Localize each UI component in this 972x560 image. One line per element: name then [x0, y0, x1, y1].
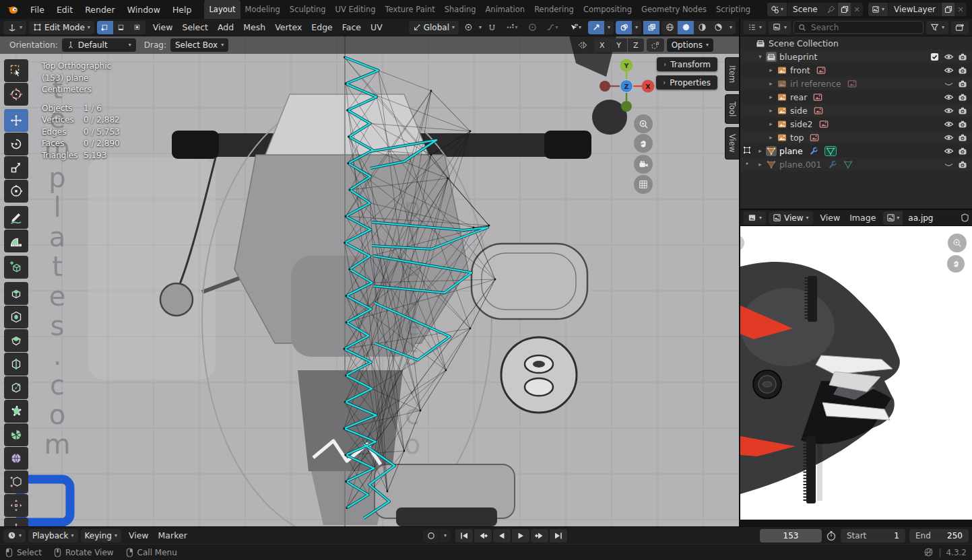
inset-faces-tool-button[interactable]: [4, 306, 28, 328]
knife-tool-button[interactable]: [4, 376, 28, 399]
viewport-menu-vertex[interactable]: Vertex: [270, 22, 306, 32]
collection-checkbox[interactable]: [928, 53, 940, 61]
show-gizmo-toggle[interactable]: [588, 21, 604, 34]
drag-setting-dropdown[interactable]: Select Box ▾: [170, 38, 228, 52]
shrink-fatten-tool-button[interactable]: [4, 518, 28, 526]
workspace-tab-compositing[interactable]: Compositing: [579, 0, 637, 19]
outliner-row-rear[interactable]: ▸rear: [740, 90, 972, 104]
overlays-dropdown[interactable]: ▾: [632, 21, 641, 34]
rendered-shading-button[interactable]: [710, 21, 726, 34]
outliner-filter-button[interactable]: ▾: [926, 21, 948, 34]
viewlayer-remove-button[interactable]: ✕: [954, 5, 967, 14]
scene-unlink-button[interactable]: ✕: [851, 5, 863, 14]
hide-viewport-toggle[interactable]: [942, 133, 954, 142]
snap-settings-dropdown[interactable]: ▾: [502, 21, 522, 34]
snap-magnet-icon[interactable]: [484, 21, 500, 34]
scene-icon[interactable]: ▾: [767, 3, 787, 16]
shading-dropdown[interactable]: ▾: [726, 21, 736, 34]
transform-orientation-dropdown[interactable]: Global ▾: [409, 21, 459, 34]
workspace-tab-rendering[interactable]: Rendering: [529, 0, 579, 19]
topbar-menu-edit[interactable]: Edit: [51, 0, 79, 19]
smooth-tool-button[interactable]: [4, 447, 28, 470]
show-overlays-toggle[interactable]: [616, 21, 632, 34]
viewport-menu-face[interactable]: Face: [337, 22, 366, 32]
hide-viewport-toggle[interactable]: [942, 79, 954, 88]
outliner-search-input[interactable]: [810, 22, 919, 33]
edge-select-button[interactable]: [113, 21, 129, 34]
outliner-row-side2[interactable]: ▸side2: [740, 117, 972, 131]
disable-render-toggle[interactable]: [957, 147, 969, 155]
scene-selector[interactable]: ▾ Scene ✕: [767, 3, 863, 16]
workspace-tab-modeling[interactable]: Modeling: [240, 0, 285, 19]
sidebar-tab-item[interactable]: Item: [725, 57, 739, 91]
measure-tool-button[interactable]: [4, 230, 28, 252]
hide-viewport-toggle[interactable]: [942, 120, 954, 129]
viewport-menu-add[interactable]: Add: [213, 22, 238, 32]
toggle-grid-button[interactable]: [634, 175, 653, 194]
tweak-tool-button[interactable]: [4, 59, 28, 82]
proportional-editing-icon[interactable]: [524, 21, 540, 34]
orientation-setting-dropdown[interactable]: Default ▾: [62, 38, 136, 52]
properties-panel-button[interactable]: ›Properties: [656, 75, 717, 90]
chevron-right-icon[interactable]: ▸: [755, 161, 765, 168]
network-offline-icon[interactable]: [924, 547, 934, 557]
xray-toggle[interactable]: [643, 21, 659, 34]
timeline-menu-marker[interactable]: Marker: [154, 530, 192, 540]
outliner-row-top[interactable]: ▸top: [740, 131, 972, 144]
viewlayer-name[interactable]: ViewLayer: [888, 5, 941, 14]
pan-view-button[interactable]: [634, 134, 653, 153]
disable-render-toggle[interactable]: [957, 160, 969, 169]
scene-copy-button[interactable]: [837, 3, 851, 16]
viewlayer-copy-button[interactable]: [941, 3, 954, 16]
zoom-view-button[interactable]: [634, 114, 653, 133]
topbar-menu-file[interactable]: File: [24, 0, 51, 19]
poly-build-tool-button[interactable]: [4, 400, 28, 423]
outliner-editor-type-button[interactable]: ▾: [744, 21, 766, 34]
chevron-right-icon[interactable]: ▸: [766, 120, 776, 127]
outliner-row-front[interactable]: ▸front: [740, 63, 972, 77]
falloff-dropdown[interactable]: ▾: [542, 21, 562, 34]
viewport-menu-select[interactable]: Select: [177, 22, 213, 32]
options-dropdown[interactable]: Options ▾: [667, 38, 713, 52]
mirror-z-button[interactable]: Z: [628, 38, 644, 52]
play-button[interactable]: [512, 529, 529, 542]
rip-edge-tool-button[interactable]: [4, 494, 28, 517]
face-select-button[interactable]: [129, 21, 145, 34]
viewport-3d[interactable]: templates.complates.co ▾ Edit Mode ▾: [0, 19, 739, 526]
visibility-dropdown[interactable]: ▾: [564, 21, 586, 34]
jump-last-button[interactable]: [550, 529, 567, 542]
vertex-select-button[interactable]: [97, 21, 113, 34]
hide-viewport-toggle[interactable]: [942, 53, 954, 61]
navigation-gizmo[interactable]: Y X Z: [593, 53, 660, 120]
loop-cut-tool-button[interactable]: [4, 353, 28, 376]
wireframe-shading-button[interactable]: [661, 21, 678, 34]
sidebar-tab-tool[interactable]: Tool: [725, 94, 739, 124]
chevron-right-icon[interactable]: ▸: [766, 80, 776, 87]
frame-start-field[interactable]: Start 1: [841, 529, 905, 542]
timeline-menu-playback[interactable]: Playback▾: [28, 529, 78, 542]
hide-viewport-toggle[interactable]: [942, 160, 954, 169]
scale-tool-button[interactable]: [4, 156, 28, 179]
chevron-right-icon[interactable]: ▸: [766, 107, 776, 114]
timeline-editor-type-button[interactable]: ▾: [3, 529, 26, 542]
workspace-tab-shading[interactable]: Shading: [440, 0, 481, 19]
outliner-search[interactable]: [793, 21, 924, 34]
cursor-tool-button[interactable]: [4, 83, 28, 106]
bevel-tool-button[interactable]: [4, 329, 28, 352]
auto-keying-button[interactable]: [423, 529, 439, 542]
disable-render-toggle[interactable]: [957, 66, 969, 75]
blender-logo-icon[interactable]: [4, 0, 24, 19]
topbar-menu-render[interactable]: Render: [79, 0, 121, 19]
disable-render-toggle[interactable]: [957, 79, 969, 88]
image-datablock-selector[interactable]: ▾ aa.jpg: [883, 211, 969, 225]
solid-shading-button[interactable]: [678, 21, 694, 34]
viewlayer-icon[interactable]: ▾: [868, 3, 888, 16]
viewport-menu-uv[interactable]: UV: [366, 22, 387, 32]
rip-region-tool-button[interactable]: [4, 470, 28, 493]
viewport-menu-mesh[interactable]: Mesh: [238, 22, 270, 32]
disable-render-toggle[interactable]: [957, 120, 969, 129]
hide-viewport-toggle[interactable]: [942, 66, 954, 75]
viewport-menu-view[interactable]: View: [148, 22, 178, 32]
image-editor-view[interactable]: [740, 226, 972, 526]
gizmo-x-neg-axis[interactable]: [600, 81, 610, 92]
